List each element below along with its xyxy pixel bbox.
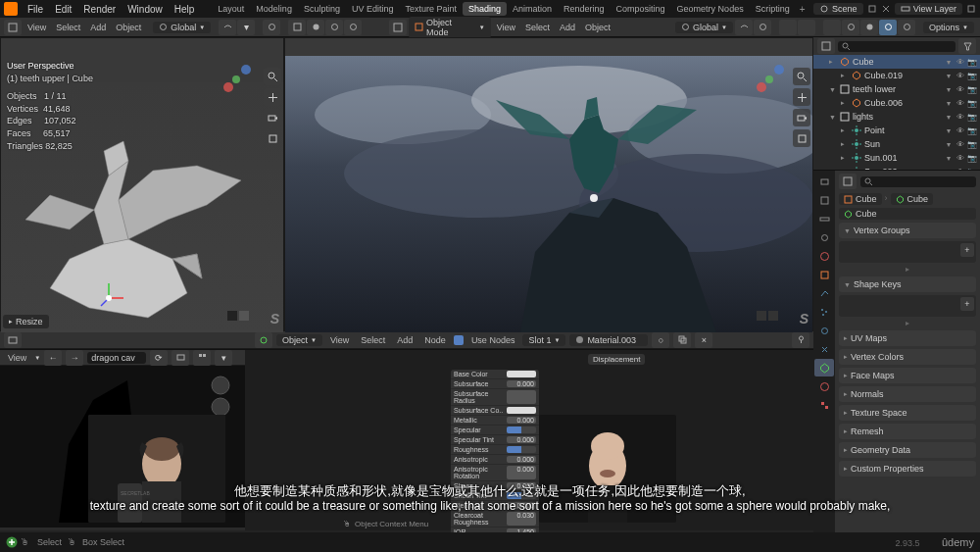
menu-file[interactable]: File <box>22 4 49 15</box>
file-path-input[interactable]: dragon cav <box>87 352 146 364</box>
vp2-shading2-icon[interactable] <box>860 20 878 35</box>
prop-editor-type-icon[interactable] <box>839 174 857 189</box>
node-prop-anisotropic-rotation[interactable]: Anisotropic Rotation0.000 <box>451 465 539 481</box>
pan-icon[interactable] <box>264 88 281 106</box>
menu-select[interactable]: Select <box>52 23 84 32</box>
node-prop-subsurface-co-[interactable]: Subsurface Co.. <box>451 406 539 416</box>
outliner-item-cube-006[interactable]: ▸Cube.006▾👁📷 <box>813 96 980 110</box>
node-prop-specular-tint[interactable]: Specular Tint0.000 <box>451 435 539 445</box>
snap-toggle-icon[interactable] <box>219 20 236 35</box>
zoom-icon[interactable] <box>264 68 281 85</box>
viewlayer-selector[interactable]: View Layer <box>895 3 962 15</box>
options-dropdown[interactable]: Options▼ <box>923 22 974 33</box>
fb-nav-back-icon[interactable]: ← <box>44 350 62 366</box>
breadcrumb-object[interactable]: Cube <box>839 193 882 205</box>
prop-section-texture-space[interactable]: ▸Texture Space <box>839 405 976 421</box>
tab-physics-icon[interactable] <box>814 322 834 339</box>
tab-viewlayer-icon[interactable] <box>814 210 834 227</box>
tab-scene-icon[interactable] <box>814 228 834 246</box>
prop-section-remesh[interactable]: ▸Remesh <box>839 424 976 439</box>
new-layer-icon[interactable] <box>966 4 976 14</box>
workspace-animation[interactable]: Animation <box>507 2 558 16</box>
tab-render-icon[interactable] <box>814 173 834 190</box>
viewport-solid[interactable]: User Perspective (1) teeth upper | Cube … <box>0 37 284 331</box>
workspace-shading[interactable]: Shading <box>463 2 507 16</box>
vp2-shading4-icon[interactable] <box>898 20 915 35</box>
tab-constraint-icon[interactable] <box>814 340 834 358</box>
fb-filter-icon[interactable]: ▾ <box>215 350 232 366</box>
pin-icon[interactable] <box>792 332 809 348</box>
scene-selector[interactable]: Scene <box>813 3 863 15</box>
fb-refresh-icon[interactable]: ⟳ <box>150 350 168 366</box>
outliner-type-icon[interactable] <box>817 38 835 54</box>
node-prop-roughness[interactable]: Roughness <box>451 445 539 455</box>
tab-particle-icon[interactable] <box>814 303 834 321</box>
workspace-layout[interactable]: Layout <box>212 2 250 16</box>
node-prop-anisotropic[interactable]: Anisotropic0.000 <box>451 455 539 465</box>
menu-window[interactable]: Window <box>122 4 169 15</box>
prop-section-normals[interactable]: ▸Normals <box>839 386 976 402</box>
vp2-shading3-icon[interactable] <box>879 20 897 35</box>
outliner-item-sun[interactable]: ▸Sun▾👁📷 <box>813 137 980 151</box>
breadcrumb-data[interactable]: Cube <box>891 193 934 205</box>
tab-modifier-icon[interactable] <box>814 284 834 302</box>
principled-bsdf-node[interactable]: Base ColorSubsurface0.000Subsurface Radi… <box>451 370 539 552</box>
use-nodes-checkbox[interactable] <box>454 335 464 345</box>
fb-nav-fwd-icon[interactable]: → <box>66 350 83 366</box>
vp2-snap-icon[interactable] <box>735 20 753 35</box>
editor-type-filebrowser-icon[interactable] <box>4 332 22 348</box>
operator-panel[interactable]: ▸Resize <box>3 315 49 328</box>
orientation-dropdown[interactable]: Global▼ <box>153 22 211 33</box>
prop-section-face-maps[interactable]: ▸Face Maps <box>839 368 976 383</box>
menu-object[interactable]: Object <box>112 23 145 32</box>
vp2-overlay-icon[interactable] <box>798 20 815 35</box>
blender-logo-icon[interactable] <box>4 2 18 16</box>
node-menu-view[interactable]: View <box>326 335 353 345</box>
new-scene-icon[interactable] <box>867 4 877 14</box>
vp2-prop-icon[interactable] <box>754 20 771 35</box>
tab-data-icon[interactable] <box>814 359 834 376</box>
prop-section-vertex-colors[interactable]: ▸Vertex Colors <box>839 349 976 365</box>
material-selector[interactable]: Material.003 <box>569 334 648 346</box>
material-copy-icon[interactable] <box>673 332 691 348</box>
overlay-wire-icon[interactable] <box>288 20 306 35</box>
menu-render[interactable]: Render <box>77 4 122 15</box>
editor-type-shader-icon[interactable] <box>255 332 272 348</box>
node-menu-select[interactable]: Select <box>357 335 389 345</box>
outliner-search[interactable] <box>838 41 956 52</box>
overlay-material-icon[interactable] <box>325 20 343 35</box>
workspace-uv-editing[interactable]: UV Editing <box>346 2 400 16</box>
vp2-menu-view[interactable]: View <box>493 23 519 32</box>
add-workspace-button[interactable]: + <box>800 4 806 15</box>
node-prop-specular[interactable]: Specular <box>451 426 539 435</box>
tab-texture-icon[interactable] <box>814 396 834 414</box>
outliner-item-point[interactable]: ▸Point▾👁📷 <box>813 124 980 137</box>
overlay-solid-icon[interactable] <box>307 20 324 35</box>
overlay-render-icon[interactable] <box>344 20 362 35</box>
vp2-orientation-dropdown[interactable]: Global▼ <box>675 22 733 33</box>
vp2-menu-object[interactable]: Object <box>581 23 614 32</box>
node-prop-metallic[interactable]: Metallic0.000 <box>451 416 539 426</box>
camera-icon[interactable] <box>264 109 281 126</box>
editor-type-3dview-icon[interactable] <box>389 20 407 35</box>
fb-newfolder-icon[interactable] <box>172 350 189 366</box>
workspace-scripting[interactable]: Scripting <box>750 2 796 16</box>
vp2-menu-select[interactable]: Select <box>521 23 554 32</box>
snap-type-icon[interactable]: ▾ <box>237 20 255 35</box>
mesh-name-field[interactable]: Cube <box>839 208 976 220</box>
camera-icon[interactable] <box>793 109 810 126</box>
fb-menu-view[interactable]: View <box>4 353 30 363</box>
workspace-texture-paint[interactable]: Texture Paint <box>399 2 463 16</box>
menu-view[interactable]: View <box>24 23 50 32</box>
prop-section-uv-maps[interactable]: ▸UV Maps <box>839 330 976 346</box>
prop-search[interactable] <box>860 176 976 187</box>
slot-dropdown[interactable]: Slot 1▼ <box>522 334 565 346</box>
menu-edit[interactable]: Edit <box>49 4 77 15</box>
editor-type-3dview-icon[interactable] <box>4 20 22 35</box>
material-unlink-icon[interactable]: × <box>695 332 712 348</box>
outliner[interactable]: ▸Cube▾👁📷▸Cube.019▾👁📷▼teeth lower▾👁📷▸Cube… <box>813 37 980 171</box>
outliner-item-cube-019[interactable]: ▸Cube.019▾👁📷 <box>813 69 980 82</box>
vp2-menu-add[interactable]: Add <box>556 23 579 32</box>
perspective-icon[interactable] <box>793 129 810 147</box>
mode-dropdown[interactable]: Object Mode▼ <box>409 17 491 38</box>
